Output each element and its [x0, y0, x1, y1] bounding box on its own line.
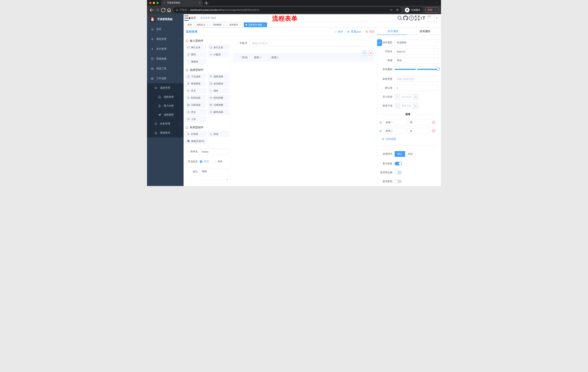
component-type-select[interactable] [395, 40, 439, 45]
tag-process-form-edit[interactable]: 流程表单-编辑 [244, 22, 267, 27]
sidebar-item-workflow[interactable]: 工作流程 [147, 74, 184, 83]
close-icon[interactable] [263, 24, 265, 26]
sidebar-item-process-model[interactable]: 流程模型 [147, 110, 184, 119]
default-value-input[interactable] [395, 85, 439, 91]
chrome-update-button[interactable]: 更新 ⋮ [425, 7, 439, 13]
forward-icon[interactable] [155, 7, 160, 13]
tab-search-chevron-icon[interactable] [435, 2, 438, 4]
drag-handle-icon[interactable] [379, 129, 382, 132]
url-text[interactable]: dashboard.yudao.iocoder.cn/bpm/manager/f… [190, 9, 387, 11]
help-icon[interactable]: ? [409, 15, 414, 21]
radio-off-label[interactable]: 关闭 [217, 159, 222, 165]
label-width-input[interactable] [395, 76, 439, 82]
border-switch[interactable] [395, 171, 402, 174]
sidebar-item-process-form[interactable]: 流程表单 [147, 93, 184, 101]
decrease-button[interactable]: − [395, 94, 400, 100]
browser-tab[interactable]: 芋道管理系统 [161, 0, 203, 6]
sidebar-item-payment[interactable]: ¥ 支付管理 [147, 44, 184, 54]
home-icon[interactable] [166, 7, 172, 13]
clear-button[interactable]: 清空 [365, 30, 375, 33]
github-icon[interactable] [403, 15, 409, 21]
sidebar-item-process-mgmt[interactable]: 流程管理 [147, 83, 184, 93]
component-upload[interactable]: 上传 [185, 116, 206, 122]
sidebar-item-infra[interactable]: 基础设施 [147, 54, 184, 64]
form-canvas[interactable]: 手机号 性别 选项一 选项二 [231, 36, 377, 186]
breadcrumb-home[interactable]: 首页 [191, 16, 196, 20]
component-password[interactable]: 密码 [185, 52, 206, 57]
increase-button[interactable]: + [413, 94, 418, 100]
reload-icon[interactable] [160, 7, 166, 13]
search-icon[interactable] [397, 15, 403, 21]
radio-on[interactable] [200, 160, 202, 163]
collapse-sidebar-icon[interactable] [184, 14, 191, 22]
avatar-caret-icon[interactable] [436, 17, 438, 19]
style-button-button[interactable]: 按钮 [405, 151, 416, 157]
canvas-field-phone[interactable]: 手机号 [233, 40, 375, 47]
tab-component-props[interactable]: 组件属性 [377, 28, 409, 35]
browser-menu-icon[interactable]: ⋮ [434, 9, 437, 11]
option-2-value-input[interactable] [408, 128, 431, 134]
drag-handle-icon[interactable] [379, 121, 382, 124]
form-name-input[interactable] [200, 149, 228, 155]
sidebar-logo[interactable]: 芋道管理系统 [147, 14, 184, 24]
show-label-switch[interactable] [395, 162, 402, 165]
new-tab-button[interactable] [204, 0, 209, 6]
option-1-label-input[interactable] [384, 120, 407, 125]
component-multi-text[interactable]: 多行文本 [208, 44, 229, 50]
gender-option-2[interactable]: 选项二 [267, 56, 279, 59]
close-tab-icon[interactable] [199, 2, 201, 4]
back-icon[interactable] [149, 7, 154, 13]
component-date-picker[interactable]: 日期选择 [185, 102, 206, 108]
disabled-switch[interactable] [395, 180, 402, 183]
component-select[interactable]: 下拉选择 [185, 74, 206, 80]
radio-off[interactable] [213, 160, 216, 163]
fullscreen-icon[interactable] [414, 15, 420, 21]
avatar[interactable] [427, 15, 434, 22]
copy-field-button[interactable] [362, 50, 367, 55]
phone-input[interactable] [250, 40, 366, 47]
field-name-input[interactable] [395, 49, 439, 54]
slider-track[interactable] [395, 69, 439, 70]
macos-window-controls[interactable] [147, 0, 161, 6]
close-icon[interactable] [207, 24, 208, 26]
zoom-window-button[interactable] [157, 2, 159, 4]
remove-option-icon[interactable] [432, 129, 436, 133]
component-date-range[interactable]: 日期范围 [208, 102, 229, 108]
component-cascader[interactable]: 级联选择 [208, 74, 229, 80]
option-2-label-input[interactable] [384, 128, 407, 134]
grid-slider[interactable] [395, 66, 439, 72]
delete-field-button[interactable] [368, 50, 373, 55]
component-single-text[interactable]: 单行文本 [185, 44, 206, 50]
title-input[interactable] [395, 57, 439, 63]
canvas-field-gender-selected[interactable]: 性别 选项一 选项二 [233, 53, 374, 62]
minimize-window-button[interactable] [153, 2, 155, 4]
close-icon[interactable] [223, 24, 225, 26]
component-switch[interactable]: 开关 [185, 88, 206, 94]
component-color-picker[interactable]: 颜色选择 [208, 109, 229, 115]
link-tab[interactable] [377, 39, 382, 46]
gender-option-1[interactable]: 选项一 [250, 56, 262, 59]
sidebar-item-user-group[interactable]: 用户分组 [147, 101, 184, 110]
password-key-icon[interactable] [390, 9, 393, 11]
increase-button[interactable]: + [413, 103, 418, 108]
tag-process-definition[interactable]: 流程定义 [195, 22, 210, 27]
component-editor[interactable]: 编辑器 [185, 59, 206, 65]
save-button[interactable]: 保存 [334, 30, 343, 33]
component-checkbox-group[interactable]: 多选框组 [208, 81, 229, 87]
component-table[interactable]: 表格[开发中] [185, 138, 206, 144]
sidebar-item-system[interactable]: 系统管理 [147, 34, 184, 44]
min-select-input[interactable] [400, 94, 413, 100]
tag-process-model[interactable]: 流程模型 [211, 22, 227, 27]
form-remark-textarea[interactable]: 嘿嘿 [200, 169, 228, 180]
max-select-input[interactable] [400, 103, 413, 108]
close-icon[interactable] [239, 24, 241, 26]
radio-on-label[interactable]: 开启 [204, 159, 209, 165]
decrease-button[interactable]: − [395, 103, 400, 108]
tab-form-props[interactable]: 表单属性 [409, 28, 441, 35]
sidebar-item-task-mgmt[interactable]: 任务管理 [147, 119, 184, 128]
option-1-value-input[interactable] [408, 120, 431, 125]
add-option-button[interactable]: 添加选项 [382, 138, 439, 141]
component-time-range[interactable]: 时间范围 [208, 95, 229, 101]
tag-home[interactable]: 首页 [186, 22, 194, 27]
component-button[interactable]: 按钮 [208, 131, 229, 137]
